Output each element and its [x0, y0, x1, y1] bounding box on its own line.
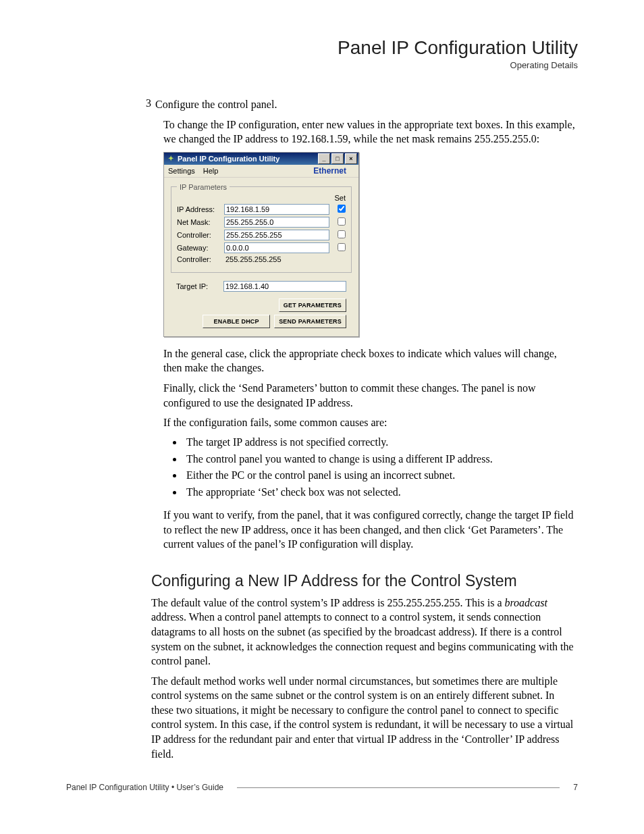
- titlebar: ✦ Panel IP Configuration Utility _ □ ×: [164, 153, 358, 165]
- footer-page-number: 7: [573, 783, 578, 792]
- page-title: Panel IP Configuration Utility: [0, 37, 578, 59]
- step-number: 3: [139, 97, 155, 115]
- page-footer: Panel IP Configuration Utility • User’s …: [66, 783, 578, 792]
- target-ip-label: Target IP:: [176, 282, 223, 290]
- set-column-header: Set: [177, 194, 346, 202]
- app-window: ✦ Panel IP Configuration Utility _ □ × S…: [163, 152, 359, 337]
- fail-reasons-list: The target IP address is not specified c…: [151, 434, 578, 501]
- titlebar-text: Panel IP Configuration Utility: [178, 155, 279, 163]
- ethernet-label: Ethernet: [313, 166, 346, 176]
- section2-p1: The default value of the control system’…: [151, 596, 578, 669]
- step-text: Configure the control panel.: [155, 97, 277, 112]
- footer-doc-title: Panel IP Configuration Utility: [66, 783, 169, 792]
- paragraph-send-parameters: Finally, click the ‘Send Parameters’ but…: [163, 381, 578, 410]
- enable-dhcp-button[interactable]: ENABLE DHCP: [203, 315, 270, 328]
- ip-address-input[interactable]: [224, 204, 329, 215]
- controller-label: Controller:: [177, 231, 224, 239]
- close-button[interactable]: ×: [345, 153, 357, 164]
- send-parameters-button[interactable]: SEND PARAMETERS: [274, 315, 346, 328]
- minimize-button[interactable]: _: [318, 153, 330, 164]
- controller-set-checkbox[interactable]: [338, 230, 346, 238]
- section2-p1b: address. When a control panel attempts t…: [151, 611, 574, 667]
- footer-bullet: •: [171, 783, 174, 792]
- gateway-set-checkbox[interactable]: [338, 243, 346, 251]
- section2-p1a: The default value of the control system’…: [151, 597, 504, 608]
- section2-p2: The default method works well under norm…: [151, 674, 578, 762]
- footer-rule: [237, 787, 560, 788]
- section2-p1-em: broadcast: [504, 597, 547, 608]
- controller-readonly-value: 255.255.255.255: [224, 255, 329, 263]
- intro-paragraph: To change the IP configuration, enter ne…: [163, 118, 578, 147]
- gateway-label: Gateway:: [177, 244, 224, 252]
- menu-settings[interactable]: Settings: [168, 167, 195, 175]
- controller-readonly-label: Controller:: [177, 255, 224, 263]
- fail-reason-item: Either the PC or the control panel is us…: [184, 467, 578, 484]
- fail-reason-item: The appropriate ‘Set’ check box was not …: [184, 484, 578, 501]
- target-ip-input[interactable]: [223, 281, 346, 292]
- net-mask-label: Net Mask:: [177, 218, 224, 226]
- ip-parameters-group: IP Parameters Set IP Address: Net Mask: …: [171, 183, 352, 273]
- ip-address-set-checkbox[interactable]: [338, 205, 346, 213]
- controller-input[interactable]: [224, 230, 329, 240]
- net-mask-input[interactable]: [224, 217, 329, 228]
- menubar: Settings Help Ethernet: [164, 165, 358, 178]
- ip-address-label: IP Address:: [177, 205, 224, 213]
- paragraph-general-case: In the general case, click the appropria…: [163, 346, 578, 375]
- page-subtitle: Operating Details: [0, 60, 578, 70]
- fail-reason-item: The control panel you wanted to change i…: [184, 451, 578, 468]
- paragraph-fail-intro: If the configuration fails, some common …: [163, 415, 578, 430]
- fail-reason-item: The target IP address is not specified c…: [184, 434, 578, 451]
- get-parameters-button[interactable]: GET PARAMETERS: [279, 298, 346, 312]
- maximize-button[interactable]: □: [331, 153, 344, 164]
- app-icon: ✦: [167, 155, 175, 163]
- menu-help[interactable]: Help: [203, 167, 219, 175]
- paragraph-verify: If you want to verify, from the panel, t…: [163, 508, 578, 552]
- ip-parameters-legend: IP Parameters: [177, 183, 230, 191]
- footer-doc-subtitle: User’s Guide: [176, 783, 223, 792]
- section-heading: Configuring a New IP Address for the Con…: [151, 572, 578, 590]
- net-mask-set-checkbox[interactable]: [338, 217, 346, 226]
- gateway-input[interactable]: [224, 242, 329, 253]
